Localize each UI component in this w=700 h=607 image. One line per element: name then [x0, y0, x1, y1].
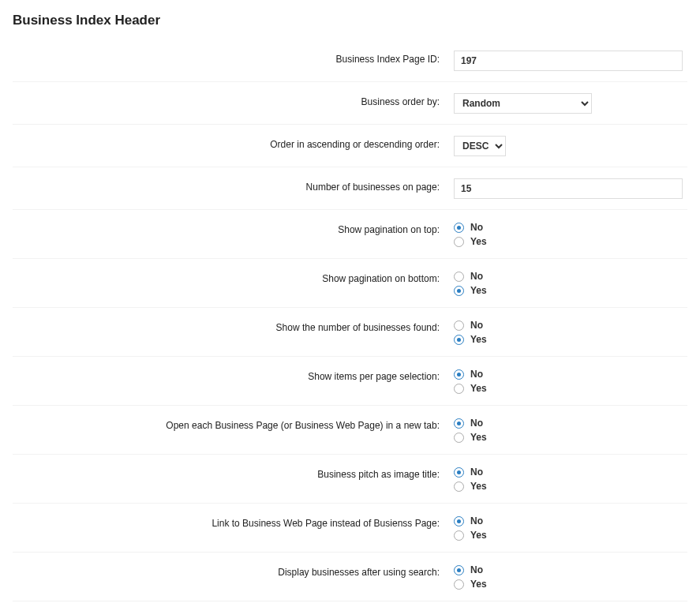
- label-page-id: Business Index Page ID:: [13, 51, 451, 65]
- radio-label-no: No: [470, 564, 483, 576]
- row-pitch-title: Business pitch as image title: No Yes: [13, 455, 687, 504]
- label-order-by: Business order by:: [13, 93, 451, 107]
- label-after-search: Display businesses after using search:: [13, 564, 451, 578]
- row-pag-bottom: Show pagination on bottom: No Yes: [13, 259, 687, 308]
- row-show-count: Show the number of businesses found: No …: [13, 308, 687, 357]
- radio-show-count-no[interactable]: [454, 320, 464, 331]
- radio-show-ipp-yes[interactable]: [454, 384, 464, 394]
- label-order-dir: Order in ascending or descending order:: [13, 136, 451, 150]
- radio-label-yes: Yes: [470, 235, 487, 248]
- radio-pag-top-no[interactable]: [454, 223, 464, 233]
- section-title: Business Index Header: [13, 13, 687, 28]
- radio-link-webpage-no[interactable]: [454, 516, 464, 526]
- radio-label-yes: Yes: [470, 284, 487, 297]
- radio-label-yes: Yes: [470, 431, 487, 444]
- row-after-search: Display businesses after using search: N…: [13, 553, 687, 601]
- radio-after-search-yes[interactable]: [454, 579, 464, 590]
- radio-label-no: No: [470, 319, 483, 332]
- row-show-ipp: Show items per page selection: No Yes: [13, 357, 687, 406]
- input-per-page[interactable]: [454, 178, 683, 199]
- row-open-new-tab: Open each Business Page (or Business Web…: [13, 406, 687, 455]
- radio-open-new-tab-yes[interactable]: [454, 433, 464, 443]
- radio-label-no: No: [470, 368, 483, 380]
- radio-label-yes: Yes: [470, 529, 487, 541]
- radio-pag-bottom-no[interactable]: [454, 272, 464, 282]
- radio-label-yes: Yes: [470, 333, 487, 346]
- row-per-page: Number of businesses on page:: [13, 167, 687, 210]
- radio-label-no: No: [470, 515, 483, 527]
- row-pag-top: Show pagination on top: No Yes: [13, 210, 687, 259]
- radio-pag-top-yes[interactable]: [454, 237, 464, 247]
- label-link-webpage: Link to Business Web Page instead of Bus…: [13, 515, 451, 529]
- radio-label-no: No: [470, 221, 483, 234]
- row-link-webpage: Link to Business Web Page instead of Bus…: [13, 504, 687, 553]
- label-pitch-title: Business pitch as image title:: [13, 466, 451, 480]
- row-order-by: Business order by: Random: [13, 82, 687, 125]
- select-order-by[interactable]: Random: [454, 93, 592, 114]
- radio-pag-bottom-yes[interactable]: [454, 286, 464, 296]
- radio-show-ipp-no[interactable]: [454, 369, 464, 380]
- radio-pitch-title-no[interactable]: [454, 467, 464, 478]
- row-page-id: Business Index Page ID:: [13, 39, 687, 82]
- radio-open-new-tab-no[interactable]: [454, 418, 464, 429]
- radio-label-no: No: [470, 270, 483, 283]
- label-open-new-tab: Open each Business Page (or Business Web…: [13, 417, 451, 431]
- radio-pitch-title-yes[interactable]: [454, 481, 464, 492]
- radio-label-no: No: [470, 417, 483, 429]
- radio-link-webpage-yes[interactable]: [454, 530, 464, 541]
- label-pag-top: Show pagination on top:: [13, 221, 451, 235]
- radio-label-no: No: [470, 466, 483, 478]
- select-order-dir[interactable]: DESC: [454, 136, 506, 156]
- radio-show-count-yes[interactable]: [454, 335, 464, 345]
- radio-label-yes: Yes: [470, 382, 487, 395]
- label-per-page: Number of businesses on page:: [13, 178, 451, 193]
- label-show-count: Show the number of businesses found:: [13, 319, 451, 333]
- input-page-id[interactable]: [454, 51, 683, 71]
- radio-label-yes: Yes: [470, 578, 487, 590]
- label-show-ipp: Show items per page selection:: [13, 368, 451, 382]
- row-order-dir: Order in ascending or descending order: …: [13, 125, 687, 167]
- radio-after-search-no[interactable]: [454, 565, 464, 575]
- label-pag-bottom: Show pagination on bottom:: [13, 270, 451, 284]
- radio-label-yes: Yes: [470, 480, 487, 493]
